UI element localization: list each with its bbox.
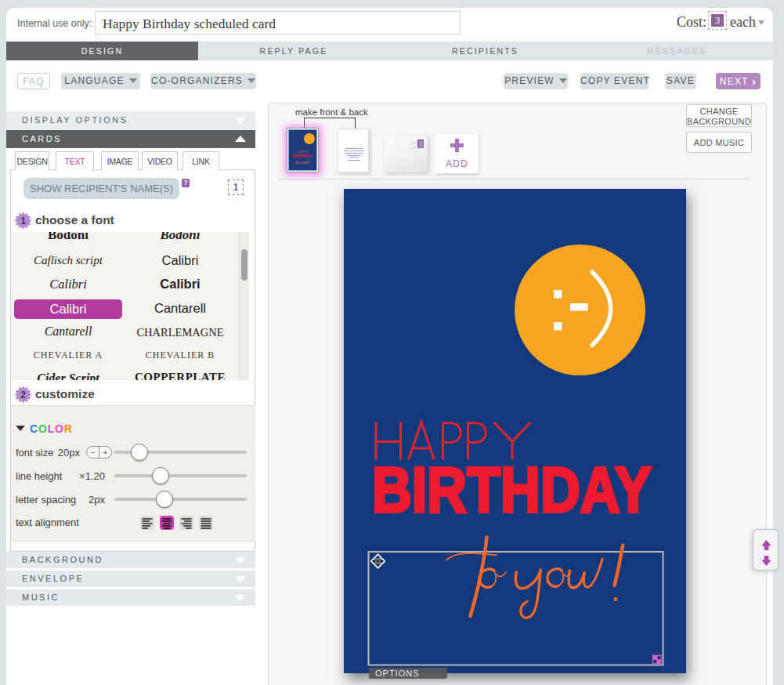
svg-text:2: 2 (20, 390, 26, 400)
svg-text:BIRTHDAY: BIRTHDAY (372, 454, 652, 525)
svg-text:1: 1 (20, 216, 26, 227)
